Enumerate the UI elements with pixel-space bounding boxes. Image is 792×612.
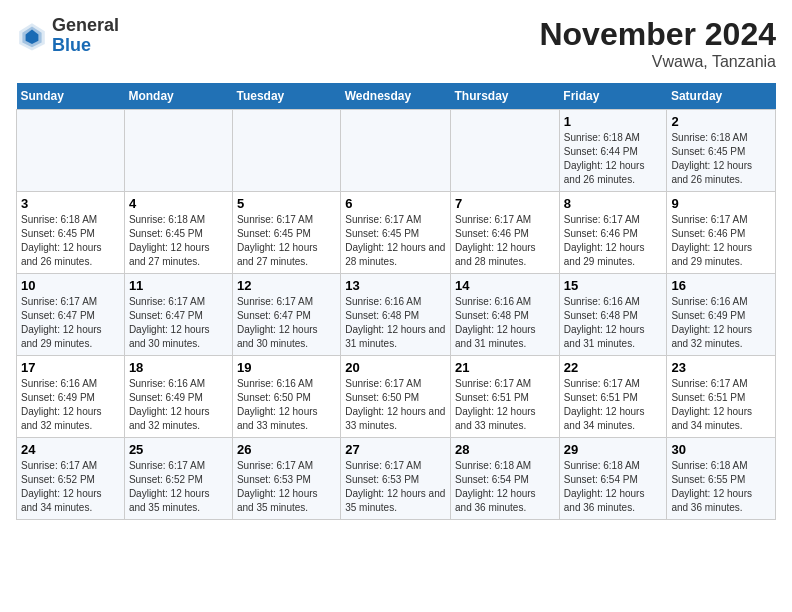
day-info: Sunrise: 6:17 AM Sunset: 6:51 PM Dayligh…	[564, 377, 663, 433]
calendar-header: SundayMondayTuesdayWednesdayThursdayFrid…	[17, 83, 776, 110]
calendar-cell: 19Sunrise: 6:16 AM Sunset: 6:50 PM Dayli…	[232, 356, 340, 438]
day-info: Sunrise: 6:16 AM Sunset: 6:49 PM Dayligh…	[129, 377, 228, 433]
day-info: Sunrise: 6:17 AM Sunset: 6:52 PM Dayligh…	[21, 459, 120, 515]
calendar-cell: 1Sunrise: 6:18 AM Sunset: 6:44 PM Daylig…	[559, 110, 667, 192]
calendar-cell: 16Sunrise: 6:16 AM Sunset: 6:49 PM Dayli…	[667, 274, 776, 356]
day-info: Sunrise: 6:17 AM Sunset: 6:47 PM Dayligh…	[21, 295, 120, 351]
header-day-sunday: Sunday	[17, 83, 125, 110]
calendar-week-4: 17Sunrise: 6:16 AM Sunset: 6:49 PM Dayli…	[17, 356, 776, 438]
day-info: Sunrise: 6:16 AM Sunset: 6:48 PM Dayligh…	[564, 295, 663, 351]
day-info: Sunrise: 6:18 AM Sunset: 6:55 PM Dayligh…	[671, 459, 771, 515]
day-info: Sunrise: 6:17 AM Sunset: 6:46 PM Dayligh…	[671, 213, 771, 269]
day-info: Sunrise: 6:18 AM Sunset: 6:54 PM Dayligh…	[455, 459, 555, 515]
calendar-cell: 24Sunrise: 6:17 AM Sunset: 6:52 PM Dayli…	[17, 438, 125, 520]
day-info: Sunrise: 6:17 AM Sunset: 6:50 PM Dayligh…	[345, 377, 446, 433]
day-number: 22	[564, 360, 663, 375]
calendar-cell: 15Sunrise: 6:16 AM Sunset: 6:48 PM Dayli…	[559, 274, 667, 356]
day-number: 27	[345, 442, 446, 457]
calendar-cell	[232, 110, 340, 192]
day-info: Sunrise: 6:17 AM Sunset: 6:45 PM Dayligh…	[345, 213, 446, 269]
day-info: Sunrise: 6:16 AM Sunset: 6:49 PM Dayligh…	[671, 295, 771, 351]
calendar-cell	[451, 110, 560, 192]
calendar-cell: 25Sunrise: 6:17 AM Sunset: 6:52 PM Dayli…	[124, 438, 232, 520]
day-number: 6	[345, 196, 446, 211]
calendar-cell: 7Sunrise: 6:17 AM Sunset: 6:46 PM Daylig…	[451, 192, 560, 274]
logo-icon	[16, 20, 48, 52]
day-info: Sunrise: 6:18 AM Sunset: 6:54 PM Dayligh…	[564, 459, 663, 515]
day-number: 14	[455, 278, 555, 293]
day-info: Sunrise: 6:17 AM Sunset: 6:45 PM Dayligh…	[237, 213, 336, 269]
calendar-table: SundayMondayTuesdayWednesdayThursdayFrid…	[16, 83, 776, 520]
day-number: 23	[671, 360, 771, 375]
day-number: 20	[345, 360, 446, 375]
calendar-cell: 14Sunrise: 6:16 AM Sunset: 6:48 PM Dayli…	[451, 274, 560, 356]
day-info: Sunrise: 6:18 AM Sunset: 6:44 PM Dayligh…	[564, 131, 663, 187]
day-number: 3	[21, 196, 120, 211]
calendar-cell: 29Sunrise: 6:18 AM Sunset: 6:54 PM Dayli…	[559, 438, 667, 520]
calendar-cell: 2Sunrise: 6:18 AM Sunset: 6:45 PM Daylig…	[667, 110, 776, 192]
day-number: 19	[237, 360, 336, 375]
day-number: 24	[21, 442, 120, 457]
calendar-cell: 4Sunrise: 6:18 AM Sunset: 6:45 PM Daylig…	[124, 192, 232, 274]
calendar-body: 1Sunrise: 6:18 AM Sunset: 6:44 PM Daylig…	[17, 110, 776, 520]
logo: General Blue	[16, 16, 119, 56]
day-number: 17	[21, 360, 120, 375]
calendar-week-1: 1Sunrise: 6:18 AM Sunset: 6:44 PM Daylig…	[17, 110, 776, 192]
logo-text: General Blue	[52, 16, 119, 56]
calendar-cell: 18Sunrise: 6:16 AM Sunset: 6:49 PM Dayli…	[124, 356, 232, 438]
day-info: Sunrise: 6:18 AM Sunset: 6:45 PM Dayligh…	[671, 131, 771, 187]
day-number: 15	[564, 278, 663, 293]
day-info: Sunrise: 6:17 AM Sunset: 6:51 PM Dayligh…	[671, 377, 771, 433]
day-number: 9	[671, 196, 771, 211]
day-info: Sunrise: 6:17 AM Sunset: 6:47 PM Dayligh…	[129, 295, 228, 351]
header-day-friday: Friday	[559, 83, 667, 110]
header-day-thursday: Thursday	[451, 83, 560, 110]
calendar-cell: 6Sunrise: 6:17 AM Sunset: 6:45 PM Daylig…	[341, 192, 451, 274]
day-number: 8	[564, 196, 663, 211]
calendar-cell: 8Sunrise: 6:17 AM Sunset: 6:46 PM Daylig…	[559, 192, 667, 274]
calendar-cell: 22Sunrise: 6:17 AM Sunset: 6:51 PM Dayli…	[559, 356, 667, 438]
calendar-cell: 13Sunrise: 6:16 AM Sunset: 6:48 PM Dayli…	[341, 274, 451, 356]
day-number: 13	[345, 278, 446, 293]
calendar-cell: 5Sunrise: 6:17 AM Sunset: 6:45 PM Daylig…	[232, 192, 340, 274]
calendar-week-2: 3Sunrise: 6:18 AM Sunset: 6:45 PM Daylig…	[17, 192, 776, 274]
header-day-tuesday: Tuesday	[232, 83, 340, 110]
day-number: 12	[237, 278, 336, 293]
day-number: 21	[455, 360, 555, 375]
day-info: Sunrise: 6:16 AM Sunset: 6:48 PM Dayligh…	[345, 295, 446, 351]
page-header: General Blue November 2024 Vwawa, Tanzan…	[16, 16, 776, 71]
day-info: Sunrise: 6:17 AM Sunset: 6:47 PM Dayligh…	[237, 295, 336, 351]
header-row: SundayMondayTuesdayWednesdayThursdayFrid…	[17, 83, 776, 110]
calendar-week-3: 10Sunrise: 6:17 AM Sunset: 6:47 PM Dayli…	[17, 274, 776, 356]
calendar-cell: 28Sunrise: 6:18 AM Sunset: 6:54 PM Dayli…	[451, 438, 560, 520]
page-subtitle: Vwawa, Tanzania	[539, 53, 776, 71]
calendar-cell: 3Sunrise: 6:18 AM Sunset: 6:45 PM Daylig…	[17, 192, 125, 274]
day-info: Sunrise: 6:16 AM Sunset: 6:48 PM Dayligh…	[455, 295, 555, 351]
day-info: Sunrise: 6:18 AM Sunset: 6:45 PM Dayligh…	[21, 213, 120, 269]
day-number: 16	[671, 278, 771, 293]
day-number: 30	[671, 442, 771, 457]
calendar-cell	[17, 110, 125, 192]
calendar-week-5: 24Sunrise: 6:17 AM Sunset: 6:52 PM Dayli…	[17, 438, 776, 520]
day-number: 18	[129, 360, 228, 375]
day-info: Sunrise: 6:16 AM Sunset: 6:50 PM Dayligh…	[237, 377, 336, 433]
day-number: 29	[564, 442, 663, 457]
day-number: 2	[671, 114, 771, 129]
calendar-cell: 17Sunrise: 6:16 AM Sunset: 6:49 PM Dayli…	[17, 356, 125, 438]
calendar-cell: 9Sunrise: 6:17 AM Sunset: 6:46 PM Daylig…	[667, 192, 776, 274]
calendar-cell: 20Sunrise: 6:17 AM Sunset: 6:50 PM Dayli…	[341, 356, 451, 438]
day-info: Sunrise: 6:17 AM Sunset: 6:53 PM Dayligh…	[345, 459, 446, 515]
header-day-saturday: Saturday	[667, 83, 776, 110]
day-info: Sunrise: 6:17 AM Sunset: 6:53 PM Dayligh…	[237, 459, 336, 515]
day-number: 28	[455, 442, 555, 457]
day-number: 7	[455, 196, 555, 211]
day-number: 25	[129, 442, 228, 457]
calendar-cell: 23Sunrise: 6:17 AM Sunset: 6:51 PM Dayli…	[667, 356, 776, 438]
day-number: 26	[237, 442, 336, 457]
day-number: 4	[129, 196, 228, 211]
day-number: 10	[21, 278, 120, 293]
logo-blue: Blue	[52, 36, 119, 56]
header-day-wednesday: Wednesday	[341, 83, 451, 110]
calendar-cell: 11Sunrise: 6:17 AM Sunset: 6:47 PM Dayli…	[124, 274, 232, 356]
calendar-cell: 21Sunrise: 6:17 AM Sunset: 6:51 PM Dayli…	[451, 356, 560, 438]
